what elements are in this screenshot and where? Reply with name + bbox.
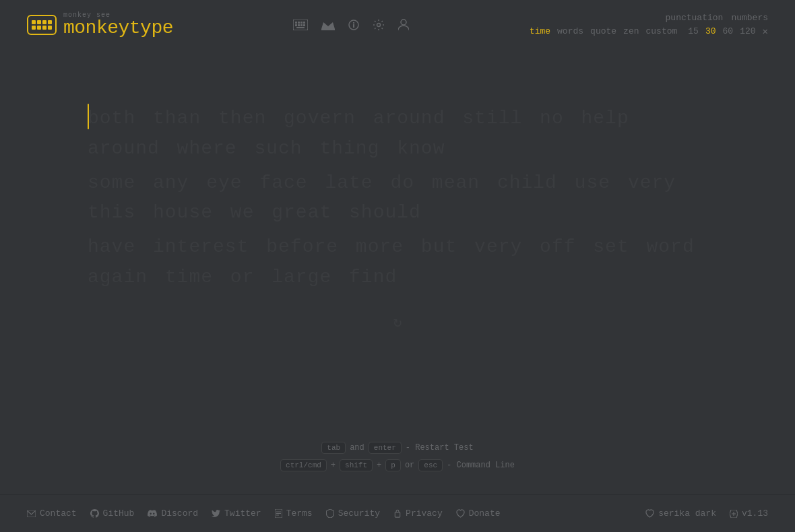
punctuation-option[interactable]: punctuation <box>666 13 724 23</box>
github-label: GitHub <box>103 508 135 519</box>
privacy-label: Privacy <box>406 508 443 519</box>
typing-area: both than then govern around still no he… <box>0 50 795 358</box>
typing-text[interactable]: both than then govern around still no he… <box>88 104 707 293</box>
top-options: punctuation numbers time words quote zen… <box>530 13 768 37</box>
github-icon <box>90 508 99 519</box>
contact-label: Contact <box>40 508 77 519</box>
svg-rect-14 <box>353 22 354 24</box>
svg-rect-5 <box>295 24 297 26</box>
p-key: p <box>385 459 401 471</box>
footer-right: serika dark v1.13 <box>645 508 768 519</box>
theme-icon <box>645 508 654 519</box>
footer-hints: tab and enter - Restart Test ctrl/cmd + … <box>0 442 795 471</box>
info-icon[interactable] <box>348 18 359 32</box>
header: monkey see monkeytype <box>0 0 795 50</box>
logo-area: monkey see monkeytype <box>27 12 173 38</box>
svg-rect-13 <box>353 24 354 28</box>
svg-marker-10 <box>321 22 335 29</box>
duration-15[interactable]: 15 <box>688 26 699 36</box>
security-link[interactable]: Security <box>326 508 380 519</box>
github-link[interactable]: GitHub <box>90 508 135 519</box>
typing-line-1: both than then govern around still no he… <box>88 104 707 164</box>
duration-60[interactable]: 60 <box>723 26 734 36</box>
privacy-icon <box>393 508 402 519</box>
svg-rect-7 <box>300 24 303 26</box>
refresh-icon[interactable]: ↻ <box>393 313 402 331</box>
crown-icon[interactable] <box>321 18 335 32</box>
hint-row-1: tab and enter - Restart Test <box>321 442 473 454</box>
security-label: Security <box>338 508 380 519</box>
zen-option[interactable]: zen <box>623 26 639 36</box>
logo-title: monkeytype <box>63 19 173 38</box>
duration-30[interactable]: 30 <box>705 26 716 36</box>
ctrl-key: ctrl/cmd <box>280 459 327 471</box>
typing-line-2: some any eye face late do mean child use… <box>88 168 707 229</box>
version-icon <box>730 508 738 519</box>
twitter-label: Twitter <box>224 508 261 519</box>
logo-icon <box>27 15 57 35</box>
quote-option[interactable]: quote <box>590 26 616 36</box>
hint-or: or <box>405 461 414 470</box>
words-option[interactable]: words <box>557 26 583 36</box>
footer-left: Contact GitHub Discord <box>27 508 501 519</box>
tab-key: tab <box>321 442 346 454</box>
svg-rect-2 <box>298 22 300 24</box>
svg-rect-8 <box>303 24 305 26</box>
version-link[interactable]: v1.13 <box>730 508 768 519</box>
time-option[interactable]: time <box>530 26 550 36</box>
footer: Contact GitHub Discord <box>0 494 795 532</box>
version-label: v1.13 <box>742 508 768 519</box>
contact-link[interactable]: Contact <box>27 508 77 519</box>
enter-key: enter <box>369 442 402 454</box>
refresh-area: ↻ <box>88 313 707 331</box>
svg-rect-9 <box>296 27 305 28</box>
typing-line-3: have interest before more but very off s… <box>88 232 707 293</box>
privacy-link[interactable]: Privacy <box>393 508 443 519</box>
duration-120[interactable]: 120 <box>740 26 755 36</box>
hint-restart-text: - Restart Test <box>406 443 474 453</box>
theme-label: serika dark <box>658 508 716 519</box>
svg-rect-1 <box>295 22 297 24</box>
discord-link[interactable]: Discord <box>148 508 198 519</box>
theme-link[interactable]: serika dark <box>645 508 716 519</box>
user-icon[interactable] <box>398 18 409 32</box>
terms-link[interactable]: Terms <box>275 508 313 519</box>
svg-rect-4 <box>303 22 305 24</box>
svg-rect-3 <box>300 22 303 24</box>
terms-label: Terms <box>286 508 313 519</box>
svg-point-16 <box>401 20 406 25</box>
svg-point-15 <box>377 24 381 27</box>
mode-row: punctuation numbers <box>666 13 768 23</box>
settings-icon[interactable] <box>373 18 385 32</box>
numbers-option[interactable]: numbers <box>731 13 768 23</box>
svg-rect-6 <box>298 24 300 26</box>
esc-key: esc <box>418 459 443 471</box>
hint-row-2: ctrl/cmd + shift + p or esc - Command Li… <box>280 459 515 471</box>
donate-label: Donate <box>469 508 501 519</box>
time-row: time words quote zen custom 15 30 60 120… <box>530 26 768 37</box>
hint-plus1: + <box>331 461 336 470</box>
security-icon <box>326 508 334 519</box>
close-icon[interactable]: ✕ <box>763 26 768 37</box>
terms-icon <box>275 508 282 519</box>
svg-rect-11 <box>321 29 335 30</box>
hint-and: and <box>350 443 364 453</box>
discord-icon <box>148 508 157 519</box>
svg-rect-22 <box>395 512 400 517</box>
discord-label: Discord <box>161 508 198 519</box>
donate-link[interactable]: Donate <box>456 508 501 519</box>
logo-text: monkey see monkeytype <box>63 12 173 38</box>
shift-key: shift <box>340 459 373 471</box>
header-nav <box>293 18 409 32</box>
donate-icon <box>456 508 465 519</box>
custom-option[interactable]: custom <box>646 26 678 36</box>
hint-plus2: + <box>377 461 381 470</box>
hint-cmdline-text: - Command Line <box>447 461 515 470</box>
keyboard-icon[interactable] <box>293 18 308 32</box>
twitter-link[interactable]: Twitter <box>212 508 261 519</box>
envelope-icon <box>27 508 36 519</box>
twitter-icon <box>212 508 220 519</box>
